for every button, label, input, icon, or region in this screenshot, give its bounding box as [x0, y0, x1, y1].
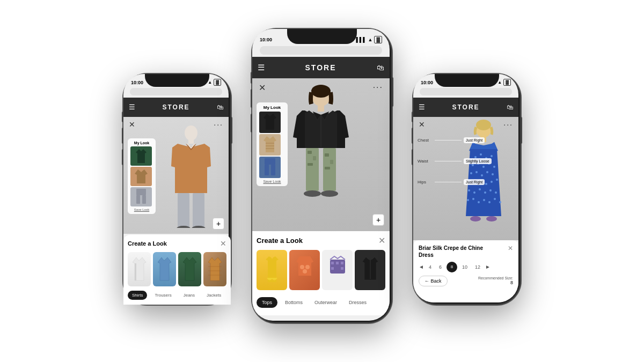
svg-point-80	[479, 188, 481, 190]
signal-icon-2: ▌▌▌	[356, 37, 366, 42]
svg-rect-50	[341, 262, 343, 264]
fit-labels: Chest Just Right Waist Slightly Loose Hi…	[418, 137, 492, 185]
svg-point-42	[304, 190, 321, 197]
store-title-1: STORE	[162, 104, 189, 111]
hamburger-icon-1[interactable]: ☰	[129, 103, 135, 111]
svg-rect-7	[178, 193, 189, 228]
product-panel-close[interactable]: ✕	[508, 245, 513, 252]
size-prev[interactable]: ◄	[419, 264, 424, 270]
hamburger-icon-3[interactable]: ☰	[419, 103, 425, 111]
svg-point-78	[468, 189, 470, 191]
svg-rect-34	[306, 148, 319, 191]
tab-dresses[interactable]: Dresses	[345, 298, 371, 307]
url-bar-1[interactable]	[130, 88, 222, 95]
size-selector: ◄ 4 6 8 10 12 ►	[419, 262, 513, 272]
tab-bottoms[interactable]: Bottoms	[281, 298, 307, 307]
clothing-item-black-jacket[interactable]	[355, 250, 385, 290]
clothing-item-yellow-top[interactable]	[257, 250, 287, 290]
pattern-crop-icon	[327, 255, 348, 285]
tab-jeans[interactable]: Jeans	[179, 291, 199, 300]
back-button[interactable]: ← Back	[419, 276, 448, 286]
hips-label: Hips	[418, 180, 433, 184]
cart-icon-3[interactable]: 🛍	[507, 104, 513, 111]
clothing-item-blue-shirt[interactable]	[153, 252, 176, 286]
svg-point-44	[300, 265, 304, 269]
svg-rect-6	[188, 138, 194, 144]
black-jacket-icon	[360, 255, 381, 285]
floral-top-icon	[294, 255, 316, 285]
url-bar-2[interactable]	[260, 46, 382, 55]
pants-icon	[135, 189, 147, 205]
app-header-2: ☰ STORE 🛍	[252, 57, 390, 78]
svg-point-77	[496, 179, 498, 181]
look-thumb-jacket[interactable]	[130, 167, 152, 186]
svg-point-85	[472, 198, 474, 200]
my-look-panel-1: My Look	[128, 138, 156, 214]
tab-tops[interactable]: Tops	[257, 297, 277, 308]
tab-outerwear[interactable]: Outerwear	[310, 298, 341, 307]
svg-point-91	[470, 216, 481, 221]
product-name: Briar Silk Crepe de Chine Dress	[419, 245, 494, 258]
look-thumb-pants[interactable]	[130, 187, 152, 206]
svg-marker-13	[158, 257, 171, 280]
close-icon-3[interactable]: ✕	[419, 120, 425, 129]
notch-2	[287, 29, 357, 44]
yellow-top-icon	[261, 255, 283, 285]
screen2-main: ✕ ··· My Look	[252, 78, 390, 231]
jacket-icon	[134, 168, 149, 184]
zoom-plus-1[interactable]: +	[213, 218, 224, 230]
panel-close-1[interactable]: ✕	[220, 239, 226, 248]
recommended-size: Recommended Size: 8	[478, 276, 513, 285]
chest-line	[435, 140, 462, 141]
tab-jackets[interactable]: Jackets	[202, 291, 225, 300]
phone-1: 10:00 ▌▌▌ ▲ ▓ ☰ STORE 🛍 ✕ ··· My Look	[123, 74, 231, 305]
chest-value: Just Right	[464, 137, 485, 143]
look-thumb-shirt[interactable]	[130, 146, 152, 166]
size-12[interactable]: 12	[472, 263, 483, 271]
size-next[interactable]: ►	[485, 264, 491, 270]
zoom-plus-2[interactable]: +	[372, 214, 384, 226]
store-title-2: STORE	[305, 63, 336, 72]
tab-trousers[interactable]: Trousers	[150, 291, 175, 300]
app-header-1: ☰ STORE 🛍	[123, 98, 229, 117]
size-6[interactable]: 6	[436, 263, 444, 271]
waist-label: Waist	[418, 159, 433, 164]
svg-point-46	[303, 269, 307, 274]
save-look-link-1[interactable]: Save Look	[130, 208, 153, 211]
svg-point-88	[488, 201, 491, 203]
panel-close-2[interactable]: ✕	[378, 235, 385, 246]
category-tabs-2: Tops Bottoms Outerwear Dresses	[257, 297, 385, 308]
my-look-label-1: My Look	[130, 141, 153, 145]
clothing-item-patterned[interactable]	[203, 252, 226, 286]
clothing-item-white-shirt[interactable]	[128, 252, 151, 286]
blue-shirt-icon	[155, 256, 174, 283]
hips-value: Just Right	[464, 179, 485, 185]
female-figure-area	[252, 84, 390, 226]
svg-point-90	[499, 201, 501, 203]
svg-marker-11	[133, 257, 146, 280]
category-tabs-1: Shirts Trousers Jeans Jackets J	[128, 291, 226, 300]
app-header-3: ☰ STORE 🛍	[413, 98, 518, 117]
clothing-item-pattern-crop[interactable]	[322, 250, 353, 290]
product-panel: Briar Silk Crepe de Chine Dress ✕ ◄ 4 6 …	[413, 240, 518, 302]
size-8-selected[interactable]: 8	[447, 262, 457, 272]
white-shirt-icon	[130, 256, 149, 283]
clothing-item-green-shirt[interactable]	[178, 252, 201, 286]
waist-line	[435, 161, 462, 161]
cart-icon-2[interactable]: 🛍	[377, 63, 384, 72]
clothing-row-2	[257, 250, 385, 293]
svg-point-92	[486, 216, 497, 221]
clothing-item-floral[interactable]	[289, 250, 320, 290]
screen3-main: ✕ ··· Chest Just Right Waist Slightly Lo…	[413, 117, 518, 240]
size-10[interactable]: 10	[459, 263, 470, 271]
size-4[interactable]: 4	[426, 263, 434, 271]
recommended-label: Recommended Size:	[478, 276, 513, 280]
url-bar-3[interactable]	[420, 88, 512, 95]
tab-shirts[interactable]: Shirts	[128, 291, 147, 300]
svg-rect-51	[331, 267, 334, 270]
panel-title-2: Create a Look	[257, 237, 303, 245]
cart-icon-1[interactable]: 🛍	[217, 104, 223, 111]
screen1-main: ✕ ··· My Look	[123, 117, 229, 234]
close-icon-1[interactable]: ✕	[129, 120, 135, 129]
hamburger-icon-2[interactable]: ☰	[258, 63, 265, 72]
